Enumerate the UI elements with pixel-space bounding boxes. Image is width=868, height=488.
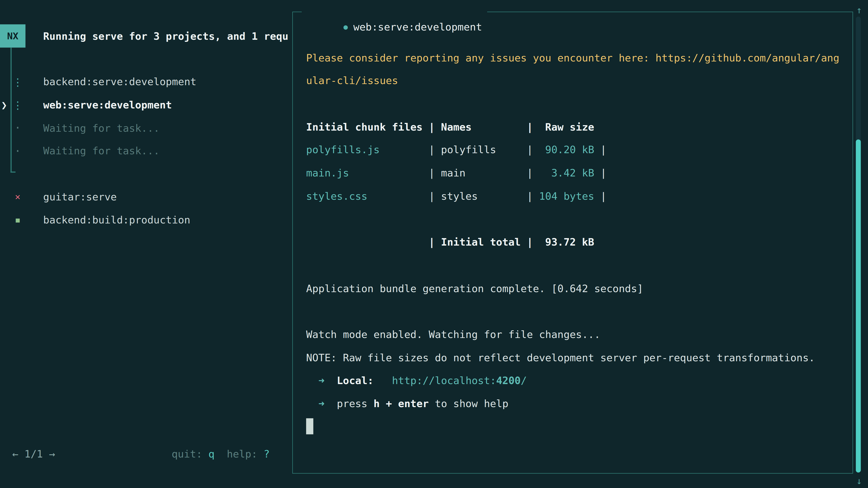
square-icon: ■ xyxy=(12,216,23,224)
terminal-text-segment: press xyxy=(324,398,374,410)
task-row-waiting-for-task[interactable]: ·Waiting for task... xyxy=(0,139,292,162)
terminal-text-segment: ➜ xyxy=(318,375,324,386)
terminal-line: ➜ press h + enter to show help xyxy=(306,392,839,415)
terminal-text-segment: | xyxy=(594,167,607,179)
terminal-text-segment: http://localhost: xyxy=(392,375,496,386)
terminal-text-segment: Initial chunk files | Names | Raw size xyxy=(306,121,594,133)
terminal-text-segment: | xyxy=(594,190,607,202)
terminal-text-segment: styles.css xyxy=(306,190,367,202)
task-label: Waiting for task... xyxy=(43,145,160,157)
stopped-task-list: ✕guitar:serve■backend:build:production xyxy=(0,185,292,231)
terminal-text-segment: | Initial total | 93.72 kB xyxy=(306,236,594,248)
terminal-text-segment: to show help xyxy=(429,398,508,410)
task-label: guitar:serve xyxy=(43,191,117,203)
terminal-text-segment xyxy=(306,375,318,386)
task-label: Waiting for task... xyxy=(43,122,160,134)
task-row-backend-build-production[interactable]: ■backend:build:production xyxy=(0,208,292,232)
terminal-text-segment: q xyxy=(209,448,215,460)
terminal-text-segment: | xyxy=(594,144,607,156)
terminal-text-segment: | main | xyxy=(349,167,551,179)
spinner-icon: ⋮ xyxy=(12,99,23,111)
sidebar-title: Running serve for 3 projects, and 1 requ xyxy=(43,28,289,45)
terminal-text-segment: quit: xyxy=(172,448,209,460)
terminal-text-segment: 104 bytes xyxy=(539,190,594,202)
scroll-down-icon[interactable]: ↓ xyxy=(853,475,865,487)
terminal-line xyxy=(306,92,839,116)
task-label: web:serve:development xyxy=(43,99,172,110)
terminal-text-segment: ? xyxy=(264,448,270,460)
terminal-line: | Initial total | 93.72 kB xyxy=(306,231,839,254)
terminal-text-segment xyxy=(324,375,337,386)
task-output-panel[interactable]: ●web:serve:development Please consider r… xyxy=(292,11,853,474)
selected-task-arrow-icon: ❯ xyxy=(1,99,7,110)
terminal-text-segment: Please consider reporting any issues you… xyxy=(306,52,839,63)
dot-icon: · xyxy=(12,121,23,135)
task-row-waiting-for-task[interactable]: ·Waiting for task... xyxy=(0,116,292,139)
terminal-text-segment xyxy=(374,375,392,386)
task-sidebar: NX Running serve for 3 projects, and 1 r… xyxy=(0,0,292,488)
cross-icon: ✕ xyxy=(12,192,23,202)
terminal-text-segment: 90.20 kB xyxy=(545,144,594,156)
terminal-text-segment: | polyfills | xyxy=(380,144,545,156)
terminal-text-segment: help: xyxy=(215,448,264,460)
task-label: backend:build:production xyxy=(43,214,190,226)
task-list: ⋮backend:serve:development❯⋮web:serve:de… xyxy=(0,70,292,162)
terminal-line: Initial chunk files | Names | Raw size xyxy=(306,116,839,138)
terminal-line: main.js | main | 3.42 kB | xyxy=(306,162,839,185)
dot-icon: · xyxy=(12,144,23,158)
terminal-text-segment: ular-cli/issues xyxy=(306,75,398,87)
task-label: backend:serve:development xyxy=(43,76,196,88)
terminal-text-segment: 4200 xyxy=(496,375,521,386)
terminal-line: Application bundle generation complete. … xyxy=(306,277,839,300)
terminal-cursor xyxy=(306,418,313,434)
terminal-line: ular-cli/issues xyxy=(306,69,839,92)
scrollbar-thumb[interactable] xyxy=(856,139,861,473)
terminal-line xyxy=(306,415,839,438)
terminal-text-segment xyxy=(306,398,318,410)
terminal-line xyxy=(306,23,839,46)
terminal-text-segment: 3.42 kB xyxy=(551,167,594,179)
task-row-backend-serve-development[interactable]: ⋮backend:serve:development xyxy=(0,70,292,93)
task-row-guitar-serve[interactable]: ✕guitar:serve xyxy=(0,185,292,208)
task-row-web-serve-development[interactable]: ❯⋮web:serve:development xyxy=(0,93,292,116)
terminal-text-segment: Application bundle generation complete. … xyxy=(306,283,643,294)
terminal-text-segment: Watch mode enabled. Watching for file ch… xyxy=(306,329,600,340)
spinner-icon: ⋮ xyxy=(12,76,23,88)
terminal-text-segment: Local: xyxy=(337,375,374,386)
pagination[interactable]: ← 1/1 → xyxy=(12,443,55,466)
terminal-output: Please consider reporting any issues you… xyxy=(306,23,839,438)
terminal-line: polyfills.js | polyfills | 90.20 kB | xyxy=(306,138,839,162)
terminal-line xyxy=(306,254,839,277)
terminal-line xyxy=(306,300,839,323)
terminal-line xyxy=(306,208,839,231)
terminal-text-segment: NOTE: Raw file sizes do not reflect deve… xyxy=(306,352,815,363)
terminal-line: Watch mode enabled. Watching for file ch… xyxy=(306,323,839,346)
terminal-line: Please consider reporting any issues you… xyxy=(306,46,839,69)
terminal-screen: NX Running serve for 3 projects, and 1 r… xyxy=(0,0,868,488)
scroll-up-icon[interactable]: ↑ xyxy=(853,4,865,16)
terminal-text-segment: / xyxy=(521,375,527,386)
terminal-text-segment: ➜ xyxy=(318,398,324,410)
keyboard-hints: quit: q help: ? xyxy=(172,443,270,466)
terminal-text-segment: polyfills.js xyxy=(306,144,379,156)
terminal-text-segment: h + enter xyxy=(374,398,429,410)
terminal-text-segment: main.js xyxy=(306,167,349,179)
nx-logo: NX xyxy=(0,24,26,48)
terminal-line: ➜ Local: http://localhost:4200/ xyxy=(306,369,839,392)
terminal-line: styles.css | styles | 104 bytes | xyxy=(306,185,839,208)
terminal-text-segment: | styles | xyxy=(367,190,539,202)
terminal-line: NOTE: Raw file sizes do not reflect deve… xyxy=(306,346,839,369)
